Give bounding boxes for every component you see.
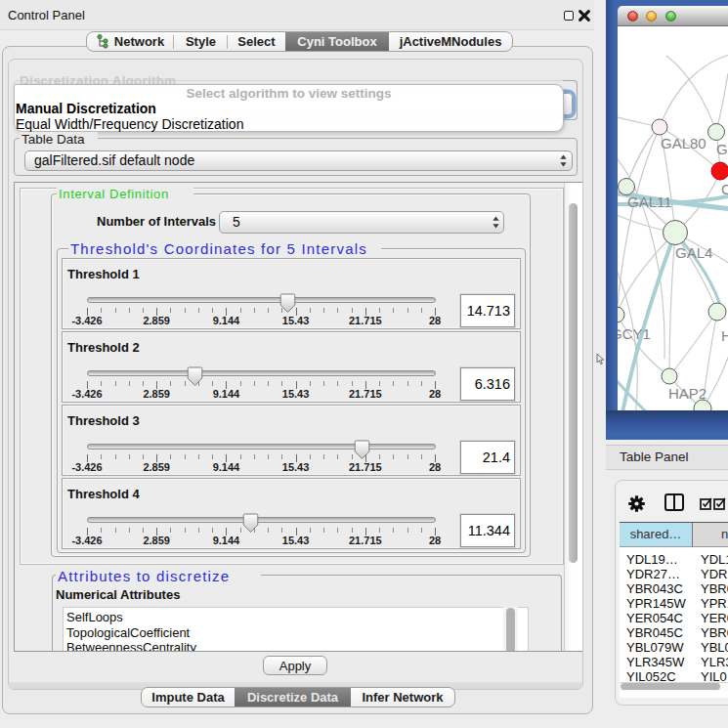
svg-text:GA: GA [716,141,728,157]
svg-text:HAP2: HAP2 [668,385,707,402]
svg-text:GAL4: GAL4 [675,244,712,261]
svg-text:GAL80: GAL80 [661,135,707,151]
svg-text:H: H [721,327,728,344]
svg-text:GAL11: GAL11 [627,193,672,210]
svg-text:C: C [721,181,728,197]
svg-text:GCY1: GCY1 [618,325,651,342]
